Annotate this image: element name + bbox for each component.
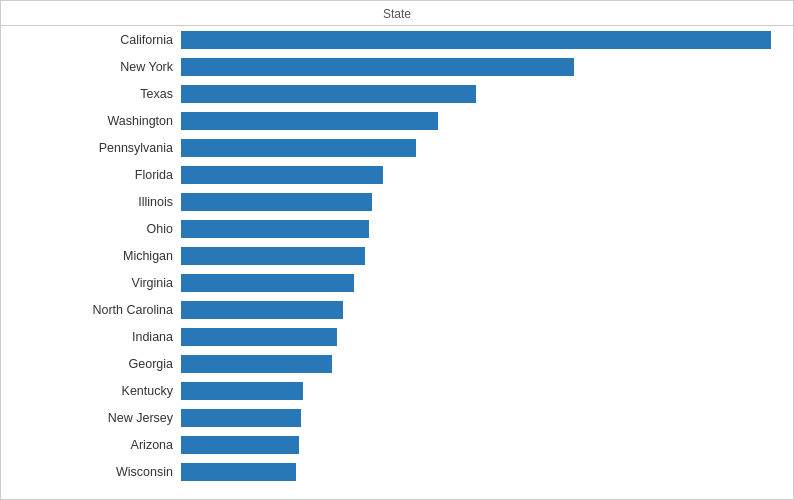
bar-track (181, 166, 793, 184)
bar-fill (181, 328, 337, 346)
bar-label: New York (1, 60, 181, 74)
bar-fill (181, 355, 332, 373)
bar-label: Arizona (1, 438, 181, 452)
table-row: Arizona (1, 431, 793, 458)
bar-fill (181, 193, 372, 211)
table-row: New York (1, 53, 793, 80)
bar-track (181, 355, 793, 373)
table-row: Pennsylvania (1, 134, 793, 161)
bar-track (181, 274, 793, 292)
bar-label: New Jersey (1, 411, 181, 425)
bar-label: Washington (1, 114, 181, 128)
table-row: Kentucky (1, 377, 793, 404)
table-row: New Jersey (1, 404, 793, 431)
bar-label: Wisconsin (1, 465, 181, 479)
chart-container: State CaliforniaNew YorkTexasWashingtonP… (0, 0, 794, 500)
bar-fill (181, 220, 369, 238)
bar-label: Michigan (1, 249, 181, 263)
bar-label: Pennsylvania (1, 141, 181, 155)
table-row: Wisconsin (1, 458, 793, 485)
bar-label: Florida (1, 168, 181, 182)
bar-track (181, 301, 793, 319)
bar-track (181, 463, 793, 481)
bar-track (181, 139, 793, 157)
bar-track (181, 85, 793, 103)
chart-inner: State CaliforniaNew YorkTexasWashingtonP… (1, 1, 793, 485)
bar-track (181, 436, 793, 454)
bar-label: Kentucky (1, 384, 181, 398)
bar-track (181, 409, 793, 427)
bar-fill (181, 85, 476, 103)
chart-scroll-area[interactable]: State CaliforniaNew YorkTexasWashingtonP… (1, 1, 793, 499)
bar-fill (181, 166, 383, 184)
bar-label: Indiana (1, 330, 181, 344)
bar-fill (181, 463, 296, 481)
bar-track (181, 31, 793, 49)
bar-label: Illinois (1, 195, 181, 209)
bar-fill (181, 301, 343, 319)
bar-track (181, 220, 793, 238)
bar-fill (181, 436, 299, 454)
table-row: Georgia (1, 350, 793, 377)
bar-label: California (1, 33, 181, 47)
table-row: Florida (1, 161, 793, 188)
bar-label: North Carolina (1, 303, 181, 317)
bar-fill (181, 409, 301, 427)
bar-fill (181, 31, 771, 49)
table-row: Michigan (1, 242, 793, 269)
table-row: North Carolina (1, 296, 793, 323)
table-row: Washington (1, 107, 793, 134)
bar-track (181, 382, 793, 400)
bar-fill (181, 139, 416, 157)
table-row: Illinois (1, 188, 793, 215)
bar-label: Georgia (1, 357, 181, 371)
bar-track (181, 58, 793, 76)
table-row: Ohio (1, 215, 793, 242)
bar-fill (181, 58, 574, 76)
chart-header: State (1, 1, 793, 26)
bar-label: Ohio (1, 222, 181, 236)
bar-fill (181, 112, 438, 130)
bar-label: Texas (1, 87, 181, 101)
table-row: California (1, 26, 793, 53)
bar-fill (181, 274, 354, 292)
table-row: Indiana (1, 323, 793, 350)
bar-track (181, 193, 793, 211)
bar-track (181, 247, 793, 265)
bars-container: CaliforniaNew YorkTexasWashingtonPennsyl… (1, 26, 793, 485)
bar-label: Virginia (1, 276, 181, 290)
bar-fill (181, 247, 365, 265)
table-row: Texas (1, 80, 793, 107)
bar-track (181, 328, 793, 346)
bar-fill (181, 382, 303, 400)
bar-track (181, 112, 793, 130)
table-row: Virginia (1, 269, 793, 296)
